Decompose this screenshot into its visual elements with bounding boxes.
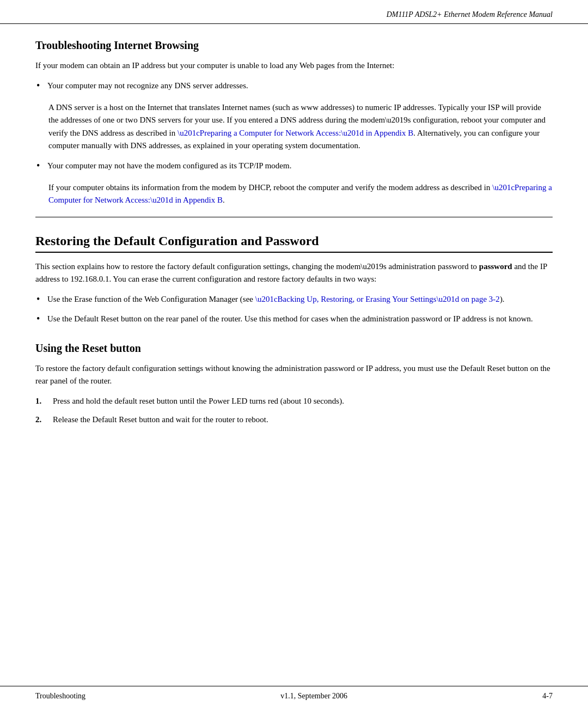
section1-bullet2-detail: If your computer obtains its information…: [48, 181, 553, 207]
list-item: • Your computer may not recognize any DN…: [35, 80, 553, 94]
step-number: 1.: [35, 395, 53, 407]
main-content: Troubleshooting Internet Browsing If you…: [0, 24, 588, 686]
section3-intro: To restore the factory default configura…: [35, 362, 553, 388]
bullet-icon: •: [35, 159, 47, 174]
section1-bullets-2: • Your computer may not have the modem c…: [35, 160, 553, 174]
section1-bullets: • Your computer may not recognize any DN…: [35, 80, 553, 94]
section1-intro: If your modem can obtain an IP address b…: [35, 59, 553, 72]
link-preparing-computer-2[interactable]: \u201cPreparing a Computer for Network A…: [48, 183, 552, 204]
bullet-icon: •: [35, 78, 47, 94]
page-container: DM111P ADSL2+ Ethernet Modem Reference M…: [0, 0, 588, 706]
list-item: 2. Release the Default Reset button and …: [35, 413, 553, 426]
bullet-content: Your computer may not have the modem con…: [47, 160, 553, 172]
link-backing-up[interactable]: \u201cBacking Up, Restoring, or Erasing …: [255, 295, 500, 303]
step-number: 2.: [35, 413, 53, 426]
bullet-icon: •: [35, 292, 47, 307]
section2-divider: [35, 217, 553, 217]
password-bold: password: [479, 262, 512, 271]
step-text: Press and hold the default reset button …: [53, 395, 344, 407]
list-item: • Use the Erase function of the Web Conf…: [35, 293, 553, 307]
bullet-icon: •: [35, 312, 47, 327]
header-title: DM111P ADSL2+ Ethernet Modem Reference M…: [387, 10, 553, 19]
list-item: • Use the Default Reset button on the re…: [35, 313, 553, 327]
bullet-content: Use the Default Reset button on the rear…: [47, 313, 553, 325]
section1-bullet1-detail: A DNS server is a host on the Internet t…: [48, 101, 553, 152]
section2-intro: This section explains how to restore the…: [35, 260, 553, 286]
section1-title: Troubleshooting Internet Browsing: [35, 39, 553, 52]
bullet-main-text: Your computer may not have the modem con…: [47, 161, 291, 170]
section2-bullets: • Use the Erase function of the Web Conf…: [35, 293, 553, 327]
step-text: Release the Default Reset button and wai…: [53, 413, 268, 426]
footer-page-number: 4-7: [542, 692, 553, 701]
link-preparing-computer-1[interactable]: \u201cPreparing a Computer for Network A…: [177, 129, 413, 137]
footer-version: v1.1, September 2006: [85, 692, 542, 701]
page-footer: Troubleshooting v1.1, September 2006 4-7: [0, 686, 588, 706]
section3-title: Using the Reset button: [35, 342, 553, 355]
list-item: 1. Press and hold the default reset butt…: [35, 395, 553, 407]
bullet-content: Your computer may not recognize any DNS …: [47, 80, 553, 92]
list-item: • Your computer may not have the modem c…: [35, 160, 553, 174]
section2-title: Restoring the Default Configuration and …: [35, 234, 553, 253]
bullet-main-text: Your computer may not recognize any DNS …: [47, 81, 248, 90]
section3-steps: 1. Press and hold the default reset butt…: [35, 395, 553, 426]
page-header: DM111P ADSL2+ Ethernet Modem Reference M…: [0, 0, 588, 24]
footer-section-label: Troubleshooting: [35, 692, 85, 701]
bullet-content: Use the Erase function of the Web Config…: [47, 293, 553, 306]
